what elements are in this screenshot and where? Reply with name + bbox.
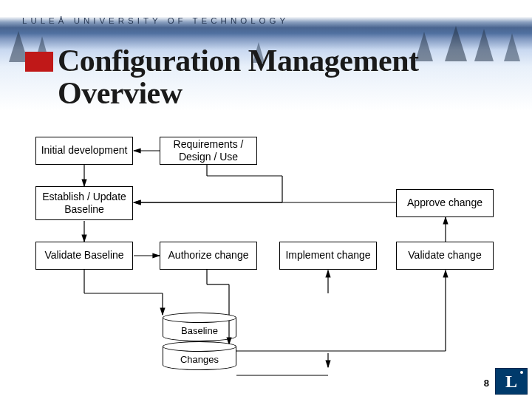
svg-marker-4: [445, 26, 467, 61]
title-area: Configuration Management Overview: [25, 44, 386, 109]
page-number: 8: [484, 378, 489, 389]
arrows-layer: [0, 126, 532, 399]
logo-letter: L: [505, 372, 517, 392]
title-line-1: Configuration Management: [58, 44, 418, 78]
svg-marker-6: [504, 33, 520, 61]
title-line-2: Overview: [58, 76, 183, 110]
cylinder-top: [163, 313, 236, 323]
logo-dot: [520, 371, 523, 374]
title-accent-box: [25, 52, 53, 72]
svg-marker-5: [474, 29, 494, 61]
university-logo: L: [495, 368, 528, 395]
university-name: LULEÅ UNIVERSITY OF TECHNOLOGY: [22, 16, 289, 25]
cylinder-top: [163, 341, 236, 352]
diagram: Initial development Requirements / Desig…: [0, 126, 532, 399]
slide-title: Configuration Management Overview: [58, 44, 418, 109]
